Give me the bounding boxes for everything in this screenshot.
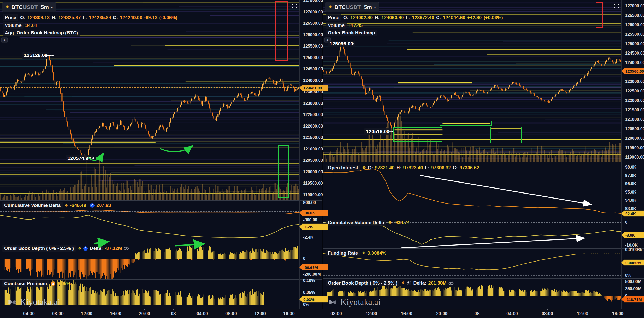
- open-value: 124002.30: [350, 15, 373, 20]
- timeframe-selector[interactable]: 5m: [364, 4, 372, 10]
- right-low-callout[interactable]: 120516.00: [364, 128, 391, 135]
- right-high-callout[interactable]: 125098.00: [328, 41, 355, 47]
- binance-icon[interactable]: ❖: [65, 203, 68, 207]
- close-key: C:: [453, 165, 458, 171]
- fullscreen-icon: [614, 3, 619, 9]
- fullscreen-icon: [292, 3, 297, 9]
- time-label: 20:00: [139, 311, 150, 316]
- left-collapse-button[interactable]: ▲: [1, 37, 8, 43]
- butterfly-logo-icon: [327, 298, 338, 307]
- right-symbol-selector[interactable]: ❖ BTCUSDT 5m ▾: [325, 2, 379, 12]
- right-red-rectangle-annotation[interactable]: [596, 2, 603, 28]
- left-volume-legend: Volume 34.01: [3, 22, 37, 29]
- price-axis-label: 122000.00: [625, 98, 644, 103]
- left-green-rectangle-annotation[interactable]: [278, 145, 289, 198]
- high-key: H:: [375, 15, 380, 20]
- time-axis[interactable]: 04:0008:0012:0016:0020:000804:0008:0012:…: [0, 309, 644, 318]
- oi-open: 97321.40: [375, 165, 394, 171]
- coinbase-icon[interactable]: C: [83, 246, 88, 251]
- left-premium-gap-line: [265, 305, 299, 305]
- right-open-interest-chart[interactable]: [323, 163, 621, 218]
- binance-icon[interactable]: ❖: [388, 221, 392, 225]
- price-axis-label: 127000.00: [625, 4, 644, 8]
- dual-chart-trading-dashboard: ❖ BTCUSDT 5m ▾ Price O:124309.13 H:12432…: [0, 0, 644, 318]
- oi-axis-label: 95.0K: [625, 190, 636, 195]
- indicator-axis-label: -200.00M: [303, 272, 321, 277]
- separator: [323, 218, 644, 218]
- binance-icon[interactable]: ❖: [362, 166, 366, 170]
- time-tick: [618, 309, 618, 310]
- indicator-axis-label: 800.00: [303, 200, 316, 205]
- right-volume-legend: Volume 117.45: [326, 22, 363, 29]
- price-label: Price: [326, 14, 341, 21]
- right-green-rectangle-annotation-left[interactable]: [393, 127, 442, 142]
- symbol-quote: USDT: [346, 4, 361, 10]
- time-label: 12:00: [254, 311, 266, 316]
- time-label: 12:00: [81, 311, 92, 316]
- right-price-scale[interactable]: 127000.00126500.00126000.00125500.001250…: [621, 0, 644, 309]
- right-fullscreen-button[interactable]: [614, 3, 619, 10]
- low-value: 123972.40: [412, 15, 434, 20]
- right-price-legend: Price O:124002.30 H:124063.90 L:123972.4…: [326, 14, 503, 21]
- price-axis-label: 126000.00: [303, 33, 323, 37]
- time-tick: [260, 309, 260, 310]
- time-label: 08: [171, 311, 176, 316]
- right-cvd-header: Cumulative Volume Delta ❖ -934.74: [326, 220, 410, 226]
- low-key: L:: [406, 15, 410, 20]
- high-key: H:: [396, 165, 401, 171]
- left-symbol-selector[interactable]: ❖ BTCUSDT 5m ▾: [2, 2, 56, 12]
- delta-value: 261.80M: [428, 280, 446, 286]
- close-key: C:: [113, 15, 118, 20]
- delta-label: Delta:: [90, 246, 103, 251]
- right-green-rectangle-annotation-right[interactable]: [490, 127, 522, 143]
- right-green-rectangle-annotation-top[interactable]: [440, 121, 492, 126]
- left-red-rectangle-annotation[interactable]: [275, 1, 288, 61]
- price-axis-label: 121500.00: [625, 108, 644, 112]
- link-icon[interactable]: [124, 247, 129, 250]
- binance-icon[interactable]: ❖: [362, 251, 366, 255]
- delta-value: -87.12M: [105, 246, 122, 251]
- binance-icon: ❖: [329, 5, 332, 9]
- low-key: L:: [82, 15, 87, 20]
- bitcoin-icon[interactable]: ₿: [51, 281, 55, 286]
- left-price-scale[interactable]: 127500.00127000.00126500.00126000.001255…: [299, 0, 322, 309]
- change-value: -69.13: [144, 15, 157, 20]
- low-value: 124235.84: [89, 15, 111, 20]
- right-main-chart[interactable]: [323, 0, 621, 163]
- open-value: 124309.13: [27, 15, 50, 20]
- coinbase-cvd-value: 207.63: [96, 202, 111, 208]
- separator: [323, 248, 644, 249]
- left-price-legend: Price O:124309.13 H:124325.87 L:124235.8…: [3, 14, 178, 21]
- price-axis-label: 124500.00: [303, 67, 323, 71]
- timeframe-selector[interactable]: 5m: [41, 4, 49, 10]
- coinbase-icon[interactable]: C: [90, 203, 95, 208]
- oi-high: 97323.40: [403, 165, 423, 171]
- delta-label: Delta:: [413, 280, 426, 286]
- price-axis-label: 119000.00: [625, 155, 644, 160]
- binance-icon[interactable]: ❖: [78, 246, 81, 251]
- price-axis-label: 126500.00: [625, 13, 644, 18]
- price-axis-label: 125500.00: [303, 44, 323, 49]
- left-high-callout[interactable]: 125126.00: [22, 52, 49, 59]
- indicator-axis-label: 0%: [625, 273, 631, 278]
- time-tick: [547, 309, 548, 310]
- price-axis-label: 126000.00: [625, 23, 644, 27]
- binance-icon[interactable]: ❖: [401, 281, 405, 285]
- high-key: H:: [51, 15, 56, 20]
- obd-title: Order Book Depth ( 0% - 2.5% ): [2, 245, 76, 252]
- indicator-axis-label: 0: [625, 220, 627, 225]
- oi-close: 97306.62: [460, 165, 479, 171]
- price-axis-label: 127500.00: [303, 0, 323, 3]
- open-key: O:: [368, 165, 373, 171]
- left-low-callout[interactable]: 120574.94: [66, 155, 93, 161]
- time-label: 16:00: [283, 311, 294, 316]
- obd-delta-tag: -118.71M: [621, 296, 644, 303]
- kiyotaka-watermark: Kiyotaka.ai: [327, 297, 381, 307]
- time-tick: [58, 309, 58, 310]
- oi-axis-label: 94.0K: [625, 198, 636, 203]
- left-fullscreen-button[interactable]: [292, 3, 297, 10]
- exchange-icon[interactable]: [407, 281, 411, 285]
- unlink-icon[interactable]: [448, 281, 454, 285]
- time-tick: [336, 309, 336, 310]
- price-axis-label: 121000.00: [625, 117, 644, 122]
